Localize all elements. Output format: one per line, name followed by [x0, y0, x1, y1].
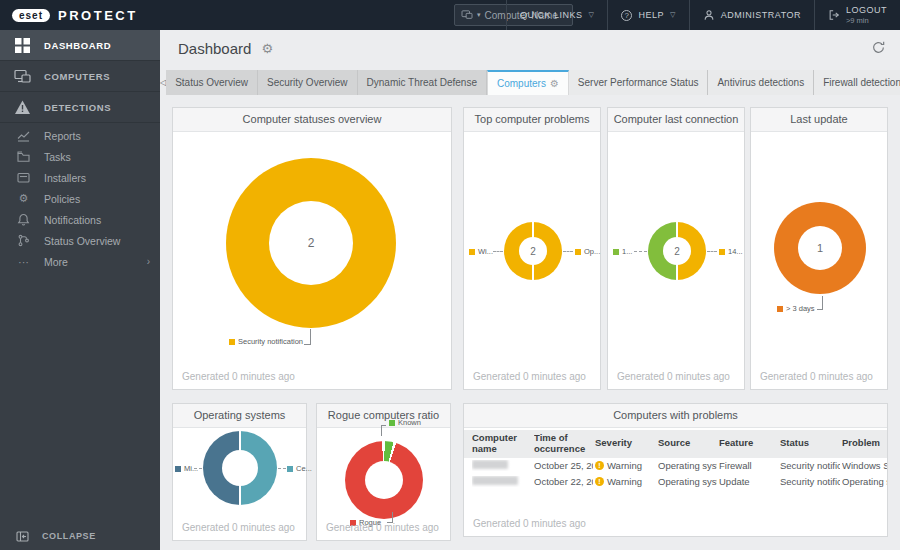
- legend-over-3-days[interactable]: > 3 days: [777, 304, 815, 313]
- legend-swatch: [287, 466, 293, 472]
- sidebar-item-policies[interactable]: ⚙ Policies: [0, 188, 160, 209]
- logout-label: LOGOUT: [846, 5, 887, 16]
- refresh-icon[interactable]: [871, 40, 886, 55]
- table-header-row[interactable]: Computer name Time of occurrence Severit…: [464, 430, 887, 458]
- legend-swatch: [469, 249, 475, 255]
- table-row[interactable]: October 25, 20... ! Warning Operating sy…: [464, 458, 887, 474]
- collapse-label: COLLAPSE: [42, 531, 96, 541]
- column-header[interactable]: Problem: [842, 438, 887, 449]
- tab-settings-gear-icon[interactable]: ⚙: [550, 78, 559, 89]
- cell-feature: Update: [719, 476, 778, 487]
- help-label: HELP: [638, 10, 664, 20]
- cell-feature: Firewall: [719, 460, 778, 471]
- card-title[interactable]: Computer last connection: [608, 108, 744, 132]
- column-header[interactable]: Feature: [719, 438, 778, 449]
- dashboard-grid-icon: [14, 37, 31, 54]
- tab-dynamic-threat-defense[interactable]: Dynamic Threat Defense: [358, 70, 487, 95]
- card-computers-with-problems: Computers with problems Computer name Ti…: [463, 403, 888, 537]
- legend-left[interactable]: Wi...: [469, 247, 493, 256]
- cell-problem: Windows Secur...: [842, 460, 887, 471]
- user-icon: [703, 9, 715, 21]
- administrator-label: ADMINISTRATOR: [721, 10, 801, 20]
- tasks-folder-icon: [17, 150, 30, 163]
- cell-time: October 22, 20...: [534, 476, 593, 487]
- tab-firewall-detections[interactable]: Firewall detections: [814, 70, 900, 95]
- legend-security-notification[interactable]: Security notification: [229, 337, 303, 346]
- dashboard-settings-gear-icon[interactable]: ⚙: [261, 41, 273, 56]
- legend-swatch: [229, 339, 235, 345]
- dashboard-tabbar: ◁ Status Overview Security Overview Dyna…: [160, 70, 900, 95]
- logout-icon: [828, 9, 840, 21]
- legend-swatch: [389, 420, 395, 426]
- quick-links-menu[interactable]: QUICK LINKS ▽: [506, 0, 607, 30]
- sidebar-item-label: Tasks: [44, 151, 71, 163]
- cell-problem: Operating syst...: [842, 476, 887, 487]
- warning-triangle-icon: [14, 99, 31, 116]
- branch-icon: [17, 234, 30, 247]
- sidebar-item-computers[interactable]: COMPUTERS: [0, 61, 160, 92]
- table-row[interactable]: October 22, 20... ! Warning Operating sy…: [464, 474, 887, 490]
- card-title[interactable]: Computers with problems: [464, 404, 887, 428]
- legend-swatch: [175, 466, 181, 472]
- card-last-update: Last update 1 > 3 days Generated 0 minut…: [750, 107, 888, 390]
- cell-status: Security notific...: [780, 460, 840, 471]
- sidebar-item-notifications[interactable]: Notifications: [0, 209, 160, 230]
- sidebar-item-tasks[interactable]: Tasks: [0, 146, 160, 167]
- card-title[interactable]: Top computer problems: [464, 108, 600, 132]
- column-header[interactable]: Computer name: [472, 433, 532, 455]
- card-operating-systems: Operating systems Mi... Ce... Generated …: [172, 403, 307, 541]
- legend-right[interactable]: 14...: [719, 247, 743, 256]
- sidebar-item-detections[interactable]: DETECTIONS: [0, 92, 160, 123]
- card-title[interactable]: Operating systems: [173, 404, 306, 428]
- logout-button[interactable]: LOGOUT >9 min: [814, 0, 900, 30]
- card-computer-statuses-overview: Computer statuses overview 2 Security no…: [172, 107, 452, 390]
- column-header[interactable]: Source: [658, 438, 717, 449]
- help-icon: ?: [621, 10, 632, 21]
- chevron-down-icon[interactable]: ▾: [477, 11, 481, 19]
- administrator-menu[interactable]: ADMINISTRATOR: [689, 0, 814, 30]
- chevron-down-icon: ▽: [589, 11, 595, 19]
- legend-swatch: [613, 249, 619, 255]
- reports-icon: [17, 129, 30, 142]
- tab-status-overview[interactable]: Status Overview: [166, 70, 258, 95]
- donut-center-value: 2: [674, 246, 680, 257]
- donut-center-value: 2: [308, 236, 315, 250]
- computers-icon: [14, 68, 31, 85]
- tab-server-performance-status[interactable]: Server Performance Status: [569, 70, 709, 95]
- legend-left[interactable]: 1...: [613, 247, 632, 256]
- collapse-button[interactable]: COLLAPSE: [0, 522, 160, 550]
- legend-swatch: [719, 249, 725, 255]
- sidebar-item-status-overview[interactable]: Status Overview: [0, 230, 160, 251]
- legend-right[interactable]: Ce...: [287, 464, 312, 473]
- card-title[interactable]: Computer statuses overview: [173, 108, 451, 132]
- generated-timestamp: Generated 0 minutes ago: [182, 522, 295, 533]
- sidebar-item-more[interactable]: ··· More ›: [0, 251, 160, 272]
- installers-icon: [17, 171, 30, 184]
- column-header[interactable]: Status: [780, 438, 840, 449]
- column-header[interactable]: Severity: [595, 438, 656, 449]
- chevron-down-icon: ▽: [670, 11, 676, 19]
- tab-computers[interactable]: Computers ⚙: [487, 70, 569, 95]
- tab-security-overview[interactable]: Security Overview: [258, 70, 358, 95]
- help-menu[interactable]: ? HELP ▽: [607, 0, 688, 30]
- card-computer-last-connection: Computer last connection 2 1... 14... Ge…: [607, 107, 745, 390]
- sidebar-item-label: DASHBOARD: [44, 40, 111, 51]
- card-title[interactable]: Last update: [751, 108, 887, 132]
- column-header[interactable]: Time of occurrence: [534, 433, 593, 455]
- sidebar-subitems: Reports Tasks Installers ⚙ Policies Noti…: [0, 123, 160, 272]
- sidebar: DASHBOARD COMPUTERS DETECTIONS Reports T…: [0, 30, 160, 550]
- collapse-icon: [16, 530, 29, 543]
- sidebar-item-label: Policies: [44, 193, 80, 205]
- tab-antivirus-detections[interactable]: Antivirus detections: [708, 70, 814, 95]
- legend-swatch: [575, 249, 581, 255]
- sidebar-item-dashboard[interactable]: DASHBOARD: [0, 30, 160, 61]
- legend-known[interactable]: Known: [389, 418, 421, 427]
- donut-center-value: 2: [530, 246, 536, 257]
- warning-icon: !: [595, 461, 604, 470]
- sidebar-item-label: COMPUTERS: [44, 71, 110, 82]
- legend-right[interactable]: Op...: [575, 247, 600, 256]
- sidebar-item-reports[interactable]: Reports: [0, 125, 160, 146]
- app-logo[interactable]: eset PROTECT: [12, 8, 138, 23]
- sidebar-item-installers[interactable]: Installers: [0, 167, 160, 188]
- donut-center-value: 1: [817, 242, 823, 254]
